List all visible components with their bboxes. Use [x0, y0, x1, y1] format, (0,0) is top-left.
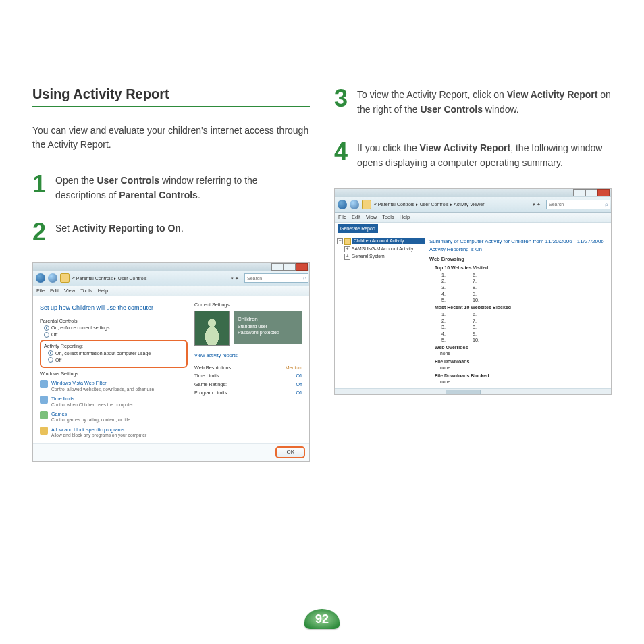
- activity-reporting-highlight: Activity Reporting: On, collect informat…: [40, 340, 188, 368]
- back-icon[interactable]: [36, 273, 45, 283]
- ws-programs[interactable]: Allow and block specific programsAllow a…: [40, 427, 188, 439]
- recent10-list: 1.2.3.4.5. 6.7.8.9.10.: [441, 311, 607, 343]
- activity-reporting-label: Activity Reporting:: [44, 343, 184, 349]
- ar-on-radio[interactable]: On, collect information about computer u…: [48, 350, 184, 356]
- pc-off-radio[interactable]: Off: [44, 331, 188, 338]
- forward-icon[interactable]: [48, 273, 57, 283]
- menu-file[interactable]: File: [36, 288, 45, 294]
- back-icon[interactable]: [338, 200, 347, 209]
- search-input[interactable]: [546, 200, 610, 209]
- programs-icon: [40, 427, 48, 435]
- step2-pre: Set: [55, 223, 72, 234]
- web-browsing-header: Web Browsing: [429, 256, 607, 264]
- file-downloads-label: File Downloads: [435, 358, 607, 365]
- ws2-desc: Control when Children uses the computer: [51, 402, 133, 408]
- menu-view[interactable]: View: [64, 288, 75, 294]
- ws3-title: Games: [51, 411, 130, 417]
- maximize-button[interactable]: [585, 189, 597, 196]
- view-activity-reports-link[interactable]: View activity reports: [194, 352, 302, 358]
- nav-bar: « Parental Controls ▸ User Controls ▸ Ac…: [335, 197, 611, 213]
- horizontal-scrollbar[interactable]: [335, 388, 611, 394]
- step2-post: .: [181, 223, 184, 234]
- top10-label: Top 10 Websites Visited: [435, 265, 607, 271]
- ws2-title: Time limits: [51, 396, 133, 402]
- menu-edit[interactable]: Edit: [352, 214, 360, 221]
- activity-tree: −Children Account Activity +SAMSUNG-M Ac…: [335, 236, 425, 388]
- nav-refresh-icon[interactable]: ▾ ✦: [228, 275, 242, 281]
- step-number: 3: [334, 86, 350, 111]
- minimize-button[interactable]: [573, 189, 585, 196]
- ar-off-label: Off: [55, 357, 61, 363]
- shield-icon: [362, 200, 371, 209]
- ok-button[interactable]: OK: [275, 446, 305, 458]
- tree-item[interactable]: +General System: [344, 253, 425, 261]
- globe-icon: [40, 380, 48, 388]
- step3-b2: User Controls: [420, 104, 483, 115]
- menu-tools[interactable]: Tools: [382, 214, 394, 221]
- window-titlebar: [335, 189, 611, 197]
- expand-icon[interactable]: −: [337, 238, 343, 244]
- step3-post: window.: [483, 104, 519, 115]
- close-button[interactable]: [296, 263, 308, 271]
- step-3: 3 To view the Activity Report, click on …: [334, 86, 612, 117]
- step-number: 2: [32, 220, 49, 244]
- menu-view[interactable]: View: [366, 214, 377, 221]
- user-password-status: Password protected: [238, 329, 298, 336]
- pc-on-radio[interactable]: On, enforce current settings: [44, 325, 188, 331]
- step1-b1: User Controls: [97, 175, 160, 186]
- step2-b1: Activity Reporting to On: [72, 223, 181, 234]
- setup-heading: Set up how Children will use the compute…: [40, 304, 188, 313]
- breadcrumb[interactable]: « Parental Controls ▸ User Controls ▸ Ac…: [374, 201, 485, 207]
- expand-icon[interactable]: +: [344, 254, 350, 260]
- close-button[interactable]: [597, 189, 610, 196]
- screenshot-activity-viewer: « Parental Controls ▸ User Controls ▸ Ac…: [334, 188, 612, 395]
- ar-off-radio[interactable]: Off: [48, 357, 184, 363]
- ws-time-limits[interactable]: Time limitsControl when Children uses th…: [40, 396, 188, 408]
- ws-web-filter[interactable]: Windows Vista Web FilterControl allowed …: [40, 380, 188, 392]
- menu-tools[interactable]: Tools: [80, 288, 92, 294]
- menu-help[interactable]: Help: [98, 288, 108, 294]
- activity-summary-pane: Summary of Computer Activity for Childre…: [425, 236, 611, 388]
- search-input[interactable]: [244, 273, 308, 283]
- expand-icon[interactable]: +: [344, 246, 350, 252]
- reporting-on-label: Activity Reporting is On: [429, 246, 607, 253]
- web-overrides-value: none: [440, 351, 607, 357]
- user-name: Children: [238, 316, 298, 323]
- menu-help[interactable]: Help: [400, 214, 410, 221]
- tree-item[interactable]: +SAMSUNG-M Account Activity: [344, 246, 425, 253]
- tree-children-account[interactable]: Children Account Activity: [352, 238, 425, 244]
- maximize-button[interactable]: [284, 263, 296, 271]
- tree-samsung-account: SAMSUNG-M Account Activity: [352, 246, 413, 252]
- minimize-button[interactable]: [271, 263, 284, 271]
- games-icon: [40, 411, 48, 419]
- file-downloads-blocked-label: File Downloads Blocked: [435, 373, 607, 379]
- menu-bar: File Edit View Tools Help: [33, 286, 309, 296]
- ws4-title: Allow and block specific programs: [51, 427, 146, 433]
- menu-file[interactable]: File: [338, 214, 346, 221]
- ws1-title: Windows Vista Web Filter: [51, 380, 154, 386]
- shield-icon: [60, 273, 70, 283]
- ws-games[interactable]: GamesControl games by rating, content, o…: [40, 411, 188, 423]
- forward-icon[interactable]: [350, 200, 359, 209]
- search-icon[interactable]: ⌕: [605, 201, 608, 208]
- generate-report-button[interactable]: Generate Report: [338, 224, 378, 233]
- step-4: 4 If you click the View Activity Report,…: [334, 140, 612, 170]
- ar-on-label: On, collect information about computer u…: [55, 350, 151, 356]
- page-number-badge: 92: [304, 609, 340, 629]
- search-icon[interactable]: ⌕: [303, 275, 306, 281]
- menu-edit[interactable]: Edit: [50, 288, 59, 294]
- pc-on-label: On, enforce current settings: [51, 325, 109, 331]
- clock-icon: [40, 396, 48, 404]
- tree-general-system: General System: [352, 254, 385, 260]
- step1-pre: Open the: [55, 175, 97, 186]
- step-1: 1 Open the User Controls window referrin…: [32, 172, 310, 203]
- tree-item[interactable]: −Children Account Activity: [337, 238, 425, 246]
- summary-title: Summary of Computer Activity for Childre…: [429, 238, 607, 245]
- nav-refresh-icon[interactable]: ▾ ✦: [530, 201, 543, 207]
- breadcrumb[interactable]: « Parental Controls ▸ User Controls: [72, 275, 147, 281]
- step-2: 2 Set Activity Reporting to On.: [32, 220, 310, 244]
- screenshot-user-controls: « Parental Controls ▸ User Controls ▾ ✦ …: [32, 262, 310, 462]
- user-portrait-icon: [194, 311, 230, 346]
- pc-off-label: Off: [51, 331, 57, 338]
- web-overrides-label: Web Overrides: [435, 344, 607, 350]
